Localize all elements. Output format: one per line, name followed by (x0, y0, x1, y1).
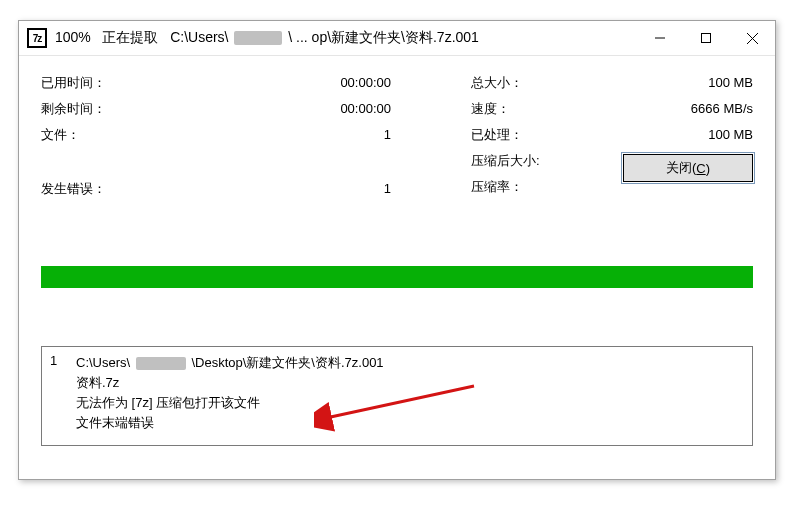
redacted-username (234, 31, 282, 45)
svg-rect-1 (702, 34, 711, 43)
errors-value: 1 (384, 180, 391, 198)
log-line-1: C:\Users\ \Desktop\新建文件夹\资料.7z.001 (76, 353, 742, 373)
speed-label: 速度： (471, 100, 581, 118)
title-path-suffix: \ ... op\新建文件夹\资料.7z.001 (288, 29, 479, 45)
close-window-button[interactable] (729, 21, 775, 55)
log-line-3: 无法作为 [7z] 压缩包打开该文件 (76, 393, 742, 413)
dialog-content: 已用时间： 剩余时间： 文件： 发生错误： 00:00:00 00:00:00 … (19, 56, 775, 198)
redacted-username (136, 357, 186, 370)
total-size-value: 100 MB (708, 74, 753, 92)
log-line-2: 资料.7z (76, 373, 742, 393)
processed-value: 100 MB (708, 126, 753, 144)
svg-line-3 (747, 33, 758, 44)
ratio-label: 压缩率： (471, 178, 581, 196)
total-size-label: 总大小： (471, 74, 581, 92)
close-button[interactable]: 关闭(C) (623, 154, 753, 182)
maximize-button[interactable] (683, 21, 729, 55)
error-log-panel[interactable]: 1 C:\Users\ \Desktop\新建文件夹\资料.7z.001 资料.… (41, 346, 753, 446)
files-value: 1 (384, 126, 391, 144)
log-body: C:\Users\ \Desktop\新建文件夹\资料.7z.001 资料.7z… (76, 353, 742, 439)
window-title: 100% 正在提取 C:\Users\ \ ... op\新建文件夹\资料.7z… (55, 29, 479, 47)
elapsed-value: 00:00:00 (340, 74, 391, 92)
window-controls (637, 21, 775, 55)
title-bar: 7z 100% 正在提取 C:\Users\ \ ... op\新建文件夹\资料… (19, 21, 775, 56)
processed-label: 已处理： (471, 126, 581, 144)
maximize-icon (701, 33, 711, 43)
close-mnemonic: C (696, 161, 705, 176)
remaining-label: 剩余时间： (41, 100, 211, 118)
title-action: 正在提取 (102, 29, 158, 45)
title-percent: 100% (55, 29, 91, 45)
minimize-button[interactable] (637, 21, 683, 55)
dialog-window: 7z 100% 正在提取 C:\Users\ \ ... op\新建文件夹\资料… (18, 20, 776, 480)
progress-bar (41, 266, 753, 288)
files-label: 文件： (41, 126, 211, 144)
minimize-icon (655, 33, 665, 43)
log-index: 1 (50, 353, 76, 439)
log-line-4: 文件末端错误 (76, 413, 742, 433)
close-icon (747, 33, 758, 44)
svg-line-2 (747, 33, 758, 44)
speed-value: 6666 MB/s (691, 100, 753, 118)
elapsed-label: 已用时间： (41, 74, 211, 92)
sevenzip-icon: 7z (27, 28, 47, 48)
remaining-value: 00:00:00 (340, 100, 391, 118)
errors-label: 发生错误： (41, 180, 211, 198)
title-path-prefix: C:\Users\ (170, 29, 228, 45)
compressed-size-label: 压缩后大小: (471, 152, 581, 170)
